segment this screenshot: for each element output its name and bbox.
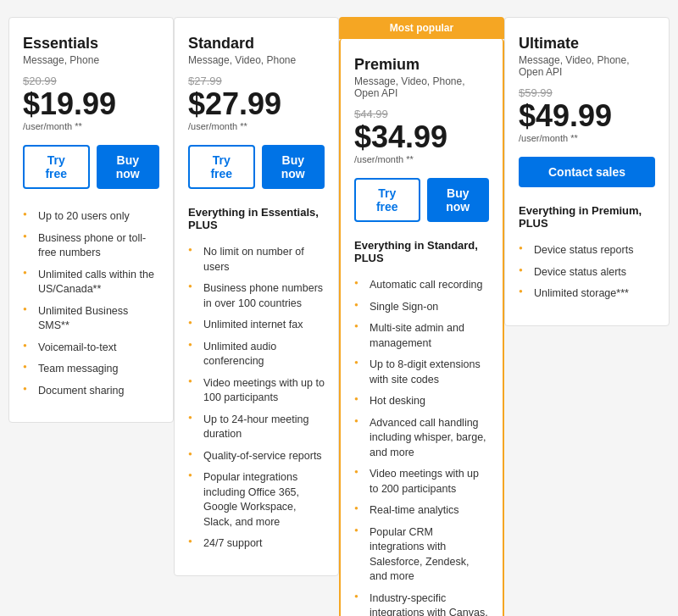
plan-period: /user/month ** [519,133,655,143]
buy-now-button[interactable]: Buy now [97,145,160,189]
feature-list: Automatic call recordingSingle Sign-onMu… [354,275,489,616]
pricing-container: EssentialsMessage, Phone$20.99$19.99/use… [8,17,670,616]
feature-item: Voicemail-to-text [23,337,159,359]
feature-item: Unlimited storage*** [519,283,655,305]
plan-card-standard: StandardMessage, Video, Phone$27.99$27.9… [174,17,339,576]
contact-sales-button[interactable]: Contact sales [519,157,655,187]
plan-name: Ultimate [519,35,655,53]
feature-item: Popular CRM integrations with Salesforce… [354,522,489,588]
plan-original-price: $44.99 [354,108,489,120]
plan-period: /user/month ** [188,121,325,131]
try-free-button[interactable]: Try free [188,145,255,189]
plan-subtitle: Message, Video, Phone [188,54,325,66]
feature-item: Unlimited Business SMS** [23,301,159,337]
plan-name: Essentials [23,35,159,53]
plan-price: $34.99 [354,122,489,153]
plan-name: Premium [354,56,489,74]
feature-item: Device status alerts [519,262,655,284]
feature-item: Automatic call recording [354,275,489,297]
plan-includes-label: Everything in Standard, PLUS [354,239,489,264]
feature-item: No limit on number of users [188,241,325,278]
feature-list: No limit on number of usersBusiness phon… [188,241,325,555]
plan-includes-label: Everything in Essentials, PLUS [188,206,325,231]
feature-item: Document sharing [23,380,159,402]
plan-name: Standard [188,35,325,53]
feature-item: Unlimited calls within the US/Canada** [23,264,159,301]
button-row: Contact sales [519,157,655,187]
button-row: Try freeBuy now [188,145,325,189]
plan-includes-label: Everything in Premium, PLUS [519,204,655,230]
feature-item: Advanced call handling including whisper… [354,413,489,464]
popular-badge: Most popular [339,17,504,39]
feature-item: Business phone or toll-free numbers [23,228,159,264]
button-row: Try freeBuy now [23,145,159,189]
plan-card-ultimate: UltimateMessage, Video, Phone, Open API$… [504,17,670,326]
plan-price: $27.99 [188,89,325,119]
feature-item: Video meetings with up to 100 participan… [188,373,325,409]
try-free-button[interactable]: Try free [354,178,420,222]
feature-list: Up to 20 users onlyBusiness phone or tol… [23,206,159,402]
feature-item: Multi-site admin and management [354,318,489,354]
feature-item: Up to 24-hour meeting duration [188,409,325,446]
buy-now-button[interactable]: Buy now [262,145,325,189]
plan-subtitle: Message, Video, Phone, Open API [519,54,655,78]
button-row: Try freeBuy now [354,178,489,222]
feature-item: Unlimited internet fax [188,314,325,336]
try-free-button[interactable]: Try free [23,145,90,189]
plan-original-price: $59.99 [519,86,655,99]
plan-original-price: $20.99 [23,75,159,87]
plan-subtitle: Message, Video, Phone, Open API [354,75,489,99]
feature-item: Real-time analytics [354,500,489,522]
plan-period: /user/month ** [354,154,489,164]
feature-item: Business phone numbers in over 100 count… [188,278,325,314]
plan-original-price: $27.99 [188,75,325,87]
feature-item: Up to 20 users only [23,206,159,228]
feature-item: Up to 8-digit extensions with site codes [354,354,489,391]
plan-price: $19.99 [23,89,159,119]
feature-item: Single Sign-on [354,297,489,319]
feature-item: Team messaging [23,358,159,380]
feature-item: Quality-of-service reports [188,446,325,468]
buy-now-button[interactable]: Buy now [427,178,490,222]
plan-subtitle: Message, Phone [23,54,159,66]
feature-item: Video meetings with up to 200 participan… [354,463,489,500]
plan-card-premium: PremiumMessage, Video, Phone, Open API$4… [339,39,504,616]
plan-price: $49.99 [519,101,655,131]
feature-item: Unlimited audio conferencing [188,336,325,373]
feature-item: 24/7 support [188,533,325,555]
plan-card-essentials: EssentialsMessage, Phone$20.99$19.99/use… [8,17,174,423]
plan-period: /user/month ** [23,121,159,131]
feature-item: Popular integrations including Office 36… [188,467,325,533]
feature-list: Device status reportsDevice status alert… [519,240,655,305]
feature-item: Industry-specific integrations with Canv… [354,588,489,617]
feature-item: Device status reports [519,240,655,262]
feature-item: Hot desking [354,391,489,413]
